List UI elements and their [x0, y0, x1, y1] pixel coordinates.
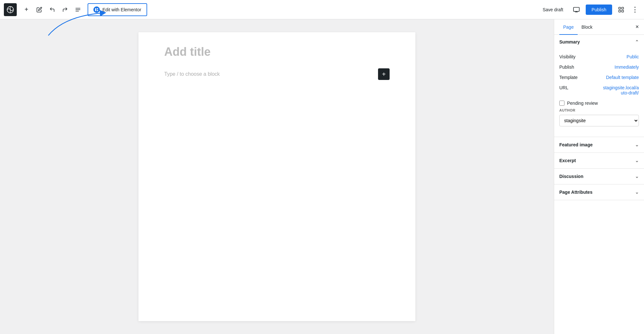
discussion-label: Discussion	[559, 174, 583, 179]
post-title-input[interactable]	[164, 45, 390, 59]
url-label: URL	[559, 85, 568, 90]
block-placeholder-text: Type / to choose a block	[164, 71, 220, 77]
excerpt-panel: Excerpt ⌄	[554, 153, 644, 169]
template-row: Template Default template	[559, 72, 639, 83]
summary-chevron-up-icon: ⌃	[635, 39, 639, 44]
block-placeholder-area[interactable]: Type / to choose a block +	[164, 68, 390, 80]
page-attributes-header[interactable]: Page Attributes ⌄	[554, 184, 644, 200]
discussion-header[interactable]: Discussion ⌄	[554, 169, 644, 184]
publish-button[interactable]: Publish	[586, 5, 612, 15]
tab-block[interactable]: Block	[578, 19, 596, 35]
url-value[interactable]: stagingsite.local/auto-draft/	[603, 85, 639, 95]
summary-panel-title: Summary	[559, 39, 580, 44]
summary-panel-content: Visibility Public Publish Immediately Te…	[554, 49, 644, 137]
svg-rect-13	[622, 10, 624, 12]
author-section: AUTHOR stagingsite	[559, 108, 639, 132]
pending-review-row: Pending review	[559, 98, 639, 108]
sidebar-tabs: Page Block ×	[554, 19, 644, 35]
excerpt-chevron-icon: ⌄	[635, 158, 639, 163]
visibility-label: Visibility	[559, 54, 575, 59]
settings-panel-button[interactable]	[615, 4, 627, 15]
svg-rect-14	[619, 10, 621, 12]
visibility-row: Visibility Public	[559, 52, 639, 62]
publish-schedule-value[interactable]: Immediately	[615, 64, 639, 70]
toolbar: +	[0, 0, 644, 19]
summary-panel: Summary ⌃ Visibility Public Publish Imme…	[554, 35, 644, 137]
edit-mode-button[interactable]	[33, 4, 45, 15]
discussion-chevron-icon: ⌄	[635, 174, 639, 179]
discussion-panel: Discussion ⌄	[554, 169, 644, 184]
url-row: URL stagingsite.local/auto-draft/	[559, 83, 639, 98]
svg-rect-11	[619, 7, 621, 9]
sidebar-close-button[interactable]: ×	[635, 24, 639, 30]
featured-image-panel: Featured image ⌄	[554, 137, 644, 153]
redo-button[interactable]	[59, 4, 71, 15]
undo-button[interactable]	[46, 4, 58, 15]
excerpt-header[interactable]: Excerpt ⌄	[554, 153, 644, 168]
featured-image-header[interactable]: Featured image ⌄	[554, 137, 644, 152]
svg-rect-12	[622, 7, 624, 9]
preview-button[interactable]	[570, 4, 582, 15]
pending-review-label[interactable]: Pending review	[567, 101, 598, 106]
elementor-button-label: Edit with Elementor	[102, 7, 141, 12]
main-layout: Type / to choose a block + Page Block × …	[0, 19, 644, 334]
wp-logo[interactable]	[4, 3, 17, 16]
page-attributes-panel: Page Attributes ⌄	[554, 184, 644, 200]
edit-with-elementor-button[interactable]: Edit with Elementor	[88, 3, 147, 16]
author-section-label: AUTHOR	[559, 108, 639, 112]
featured-image-chevron-icon: ⌄	[635, 142, 639, 147]
more-options-button[interactable]: ⋮	[630, 3, 640, 16]
toolbar-right: Save draft Publish ⋮	[539, 3, 640, 16]
publish-schedule-label: Publish	[559, 64, 574, 70]
svg-rect-6	[97, 8, 98, 9]
visibility-value[interactable]: Public	[627, 54, 639, 59]
add-block-inline-button[interactable]: +	[378, 68, 390, 80]
excerpt-label: Excerpt	[559, 158, 576, 163]
document-overview-button[interactable]	[72, 4, 84, 15]
svg-rect-5	[95, 8, 97, 11]
page-attributes-chevron-icon: ⌄	[635, 190, 639, 195]
page-attributes-label: Page Attributes	[559, 190, 592, 195]
template-value[interactable]: Default template	[606, 75, 639, 80]
toolbar-left: +	[4, 3, 539, 16]
svg-rect-8	[573, 7, 579, 11]
template-label: Template	[559, 75, 578, 80]
summary-panel-header[interactable]: Summary ⌃	[554, 35, 644, 49]
editor-area: Type / to choose a block +	[0, 19, 554, 334]
pending-review-checkbox[interactable]	[559, 101, 564, 106]
editor-canvas: Type / to choose a block +	[138, 32, 415, 321]
save-draft-button[interactable]: Save draft	[539, 5, 567, 15]
publish-schedule-row: Publish Immediately	[559, 62, 639, 72]
add-block-toolbar-button[interactable]: +	[21, 4, 32, 15]
elementor-icon	[93, 6, 100, 13]
right-sidebar: Page Block × Summary ⌃ Visibility Public	[554, 19, 644, 334]
tab-page[interactable]: Page	[559, 19, 578, 35]
author-select[interactable]: stagingsite	[559, 115, 639, 126]
svg-rect-7	[97, 10, 98, 11]
featured-image-label: Featured image	[559, 142, 592, 147]
